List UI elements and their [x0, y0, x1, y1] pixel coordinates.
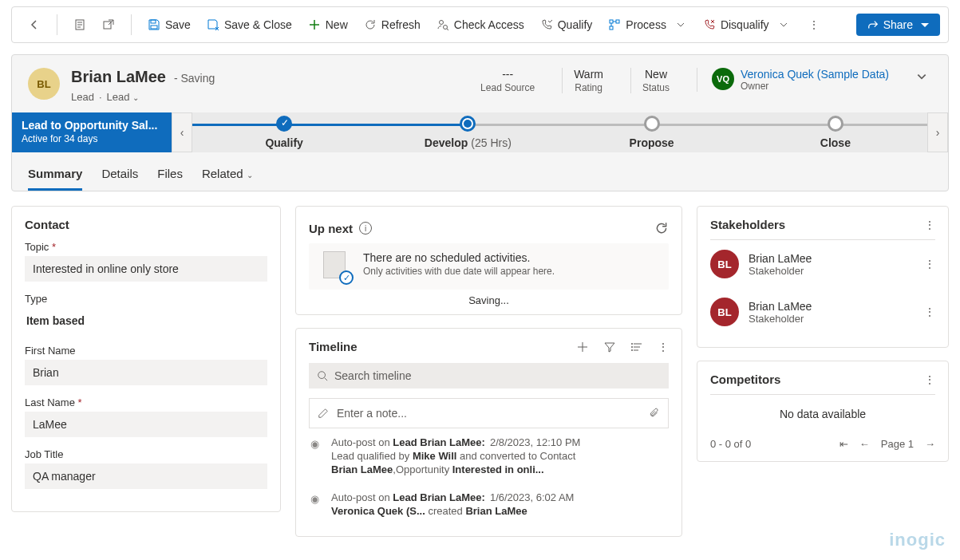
- save-icon: [148, 18, 160, 31]
- timeline-add-button[interactable]: [576, 341, 589, 353]
- competitors-title: Competitors: [710, 373, 780, 386]
- header-field-status[interactable]: New Status: [630, 68, 681, 93]
- field-label-type: Type: [25, 293, 267, 305]
- back-button[interactable]: [20, 14, 49, 36]
- up-next-message: There are no scheduled activities.: [363, 251, 555, 264]
- tab-summary[interactable]: Summary: [28, 160, 82, 191]
- timeline-more-button[interactable]: ⋮: [658, 341, 669, 353]
- command-bar: Save Save & Close New Refresh Check Acce…: [11, 6, 949, 43]
- bpf-next-button[interactable]: ›: [927, 112, 948, 152]
- check-access-button[interactable]: Check Access: [429, 14, 532, 36]
- refresh-icon[interactable]: [654, 221, 669, 235]
- svg-point-23: [318, 372, 326, 379]
- header-expand-button[interactable]: [911, 68, 932, 85]
- pager-first-button[interactable]: ⇤: [840, 438, 848, 450]
- back-arrow-icon: [28, 18, 41, 31]
- svg-rect-14: [610, 26, 613, 30]
- record-title: Brian LaMee: [71, 68, 166, 86]
- svg-point-9: [439, 21, 443, 25]
- stakeholder-row[interactable]: BL Brian LaMee Stakeholder ⋮: [710, 240, 935, 288]
- avatar: BL: [710, 250, 739, 278]
- more-commands-button[interactable]: ⋮: [804, 18, 824, 31]
- bpf-prev-button[interactable]: ‹: [172, 112, 192, 152]
- pager-prev-button[interactable]: ←: [859, 438, 870, 450]
- up-next-card: Up next i ✓ There are no scheduled activ…: [295, 206, 682, 315]
- activities-empty-icon: ✓: [320, 251, 352, 283]
- process-button[interactable]: Process: [600, 14, 695, 36]
- svg-point-10: [443, 26, 447, 30]
- pager-next-button[interactable]: →: [925, 438, 935, 450]
- refresh-icon: [364, 18, 377, 31]
- header-field-rating[interactable]: Warm Rating: [562, 68, 614, 93]
- bpf-stage-propose[interactable]: Propose: [560, 112, 744, 152]
- row-more-button[interactable]: ⋮: [924, 306, 935, 318]
- owner-link[interactable]: Veronica Quek (Sample Data): [741, 68, 889, 81]
- tab-details[interactable]: Details: [101, 160, 138, 191]
- svg-rect-12: [610, 20, 613, 23]
- type-value[interactable]: Item based: [25, 308, 267, 333]
- save-close-icon: [207, 18, 219, 31]
- pencil-icon: [318, 408, 329, 419]
- competitors-card: Competitors ⋮ No data available 0 - 0 of…: [697, 361, 949, 462]
- disqualify-button[interactable]: Disqualify: [695, 14, 798, 36]
- field-label-job-title: Job Title: [25, 448, 267, 460]
- stakeholder-row[interactable]: BL Brian LaMee Stakeholder ⋮: [710, 288, 935, 336]
- row-more-button[interactable]: ⋮: [924, 258, 935, 270]
- timeline-item[interactable]: ◉ Auto-post on Lead Brian LaMee:1/6/2023…: [309, 483, 669, 525]
- last-name-input[interactable]: [25, 412, 267, 437]
- timeline-card: Timeline ⋮ Search timeline Enter a note.…: [295, 328, 682, 537]
- form-picker[interactable]: Lead ⌄: [107, 91, 140, 103]
- search-icon: [317, 370, 328, 381]
- topic-input[interactable]: [25, 256, 267, 282]
- timeline-search[interactable]: Search timeline: [309, 363, 669, 388]
- timeline-note-input[interactable]: Enter a note...: [309, 398, 669, 428]
- bpf-active-stage-card[interactable]: Lead to Opportunity Sal... Active for 34…: [12, 112, 172, 152]
- svg-rect-6: [151, 26, 157, 29]
- field-label-topic: Topic: [25, 241, 267, 253]
- save-button[interactable]: Save: [140, 14, 199, 36]
- info-icon[interactable]: i: [359, 222, 372, 235]
- clipboard-icon: [73, 18, 86, 31]
- qualify-button[interactable]: Qualify: [532, 14, 601, 36]
- section-title: Contact: [25, 218, 267, 231]
- refresh-button[interactable]: Refresh: [356, 14, 429, 36]
- svg-rect-4: [104, 22, 111, 29]
- svg-line-24: [325, 378, 328, 381]
- competitors-more-button[interactable]: ⋮: [924, 373, 935, 386]
- svg-rect-13: [616, 20, 619, 23]
- business-process-flow: Lead to Opportunity Sal... Active for 34…: [12, 112, 948, 152]
- user-search-icon: [437, 18, 449, 31]
- header-field-owner[interactable]: VQ Veronica Quek (Sample Data) Owner: [697, 68, 889, 92]
- no-data-message: No data available: [710, 395, 935, 433]
- plus-icon: [308, 18, 321, 31]
- competitors-pager: 0 - 0 of 0 ⇤ ← Page 1 →: [710, 433, 935, 450]
- bpf-stage-develop[interactable]: Develop(25 Hrs): [376, 112, 559, 152]
- pager-page-label: Page 1: [881, 438, 914, 450]
- chevron-down-icon: [777, 18, 790, 31]
- save-status: - Saving: [174, 72, 215, 85]
- owner-avatar: VQ: [712, 68, 734, 90]
- up-next-title: Up next: [309, 222, 353, 235]
- bpf-stage-close[interactable]: Close: [744, 112, 927, 152]
- form-selector-button[interactable]: [65, 14, 94, 36]
- new-button[interactable]: New: [300, 14, 356, 36]
- popout-icon: [102, 18, 115, 31]
- header-field-lead-source[interactable]: --- Lead Source: [469, 68, 546, 93]
- share-button[interactable]: Share: [856, 14, 940, 36]
- first-name-input[interactable]: [25, 360, 267, 385]
- stakeholders-more-button[interactable]: ⋮: [924, 219, 935, 231]
- tab-files[interactable]: Files: [157, 160, 183, 191]
- attachment-icon[interactable]: [649, 408, 660, 419]
- process-icon: [608, 18, 621, 31]
- timeline-filter-button[interactable]: [603, 341, 616, 353]
- record-avatar: BL: [28, 68, 60, 100]
- timeline-sort-button[interactable]: [630, 341, 643, 353]
- bpf-stage-qualify[interactable]: Qualify: [192, 112, 376, 152]
- save-close-button[interactable]: Save & Close: [199, 14, 300, 36]
- open-new-window-button[interactable]: [94, 14, 123, 36]
- timeline-item[interactable]: ◉ Auto-post on Lead Brian LaMee:2/8/2023…: [309, 428, 669, 483]
- svg-line-11: [447, 29, 448, 30]
- tab-related[interactable]: Related⌄: [202, 160, 253, 191]
- job-title-input[interactable]: [25, 463, 267, 489]
- stakeholders-title: Stakeholders: [710, 218, 785, 231]
